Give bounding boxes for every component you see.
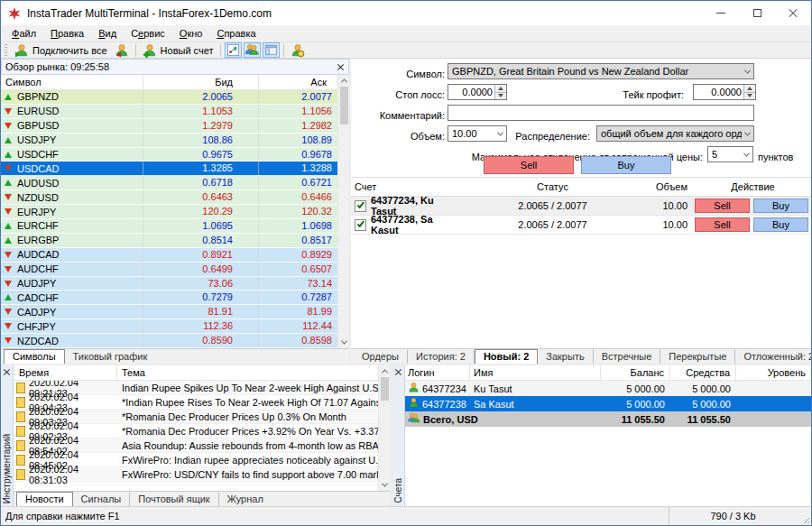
tab-Новости[interactable]: Новости — [16, 492, 73, 507]
column-symbol[interactable]: Символ — [1, 75, 143, 89]
menu-item-Сервис[interactable]: Сервис — [124, 27, 172, 40]
resize-grip-icon[interactable] — [797, 507, 811, 525]
account-settings-button[interactable] — [287, 42, 309, 58]
orders-column-Объем[interactable]: Объем — [645, 181, 692, 192]
maximize-icon[interactable] — [739, 1, 775, 25]
menu-item-Вид[interactable]: Вид — [91, 27, 124, 40]
take-profit-field[interactable] — [694, 85, 743, 99]
order-checkbox[interactable] — [355, 219, 366, 231]
tab-Отложенный: 2[interactable]: Отложенный: 2 — [735, 350, 811, 364]
market-watch-row[interactable]: CADCHF0.72790.7287 — [1, 291, 337, 305]
account-row[interactable]: 64377234Ku Tasut5 000.005 000.00 — [405, 381, 811, 396]
market-watch-row[interactable]: GBPUSD1.29791.2982 — [1, 119, 337, 134]
deviation-select[interactable]: 5 — [707, 146, 753, 162]
market-watch-row[interactable]: EURGBP0.85140.8517 — [1, 234, 337, 248]
accounts-column-Уровень[interactable]: Уровень — [736, 365, 811, 380]
symbol-select[interactable]: GBPNZD, Great Britain Pound vs New Zeala… — [448, 63, 754, 79]
scrollbar-thumb[interactable] — [340, 87, 348, 125]
accounts-column-Имя[interactable]: Имя — [470, 365, 601, 380]
accounts-column-Средства[interactable]: Средства — [670, 365, 736, 380]
market-watch-row[interactable]: NZDCAD0.85900.8598 — [1, 334, 337, 348]
spin-up-icon[interactable] — [744, 85, 755, 92]
tab-Встречные[interactable]: Встречные — [594, 350, 661, 364]
row-buy-button[interactable]: Buy — [753, 198, 808, 213]
scroll-up-icon[interactable] — [379, 365, 390, 377]
accounts-column-Логин[interactable]: Логин — [405, 365, 470, 380]
market-watch-row[interactable]: USDJPY108.86108.89 — [1, 134, 337, 148]
account-row[interactable]: 64377238Sa Kasut5 000.005 000.00 — [405, 396, 811, 411]
tab-Журнал[interactable]: Журнал — [219, 493, 272, 506]
take-profit-input[interactable] — [693, 84, 756, 100]
distribution-select[interactable]: общий объем для каждого ордера — [596, 125, 754, 142]
orders-row[interactable]: 64377234, Ku Tasut2.0065 / 2.007710.00Se… — [351, 197, 811, 216]
close-panel-icon[interactable] — [3, 368, 11, 376]
menu-item-Файл[interactable]: Файл — [5, 27, 43, 40]
news-row[interactable]: 2020.02.04 08:31:03FxWirePro: USD/CNY fa… — [14, 467, 378, 482]
close-panel-icon[interactable] — [337, 63, 345, 71]
accounts-column-Баланс[interactable]: Баланс — [601, 365, 670, 380]
scroll-down-icon[interactable] — [379, 479, 390, 491]
market-watch-row[interactable]: EURJPY120.29120.32 — [1, 205, 337, 219]
market-watch-row[interactable]: EURCHF1.06951.0698 — [1, 219, 337, 234]
market-watch-row[interactable]: AUDUSD0.67180.6721 — [1, 176, 337, 190]
market-watch-row[interactable]: AUDJPY73.0673.14 — [1, 277, 337, 291]
market-watch-row[interactable]: AUDCAD0.89210.8929 — [1, 248, 337, 263]
row-sell-button[interactable]: Sell — [695, 198, 750, 213]
tab-Почтовый ящик[interactable]: Почтовый ящик — [130, 493, 218, 506]
new-account-button[interactable]: Новый счет — [139, 42, 217, 58]
tab-Ордеры[interactable]: Ордеры — [354, 350, 408, 364]
orders-column-Статус[interactable]: Статус — [460, 181, 645, 192]
close-panel-icon[interactable] — [394, 368, 402, 376]
market-watch-toggle-button[interactable] — [225, 42, 242, 58]
orders-column-Счет[interactable]: Счет — [351, 181, 460, 192]
market-watch-row[interactable]: GBPNZD2.00652.0077 — [1, 90, 337, 105]
market-watch-row[interactable]: CADJPY81.9181.99 — [1, 305, 337, 319]
tab-Новый: 2[interactable]: Новый: 2 — [475, 349, 538, 365]
close-icon[interactable] — [775, 1, 811, 25]
tab-Перекрытые[interactable]: Перекрытые — [660, 350, 735, 364]
spin-down-icon[interactable] — [744, 92, 755, 100]
minimize-icon[interactable] — [703, 1, 739, 25]
column-time[interactable]: Время — [14, 365, 117, 380]
row-buy-button[interactable]: Buy — [753, 217, 808, 232]
scroll-down-icon[interactable] — [338, 337, 349, 348]
order-checkbox[interactable] — [355, 200, 366, 212]
orders-column-Действие[interactable]: Действие — [692, 181, 811, 192]
column-topic[interactable]: Тема — [117, 365, 378, 380]
menu-item-Справка[interactable]: Справка — [209, 27, 263, 40]
tab-Тиковый график[interactable]: Тиковый график — [65, 350, 156, 364]
menu-item-Правка[interactable]: Правка — [43, 27, 91, 40]
comment-input[interactable] — [448, 105, 754, 121]
tab-Сигналы[interactable]: Сигналы — [73, 493, 131, 506]
stop-loss-input[interactable] — [448, 84, 507, 100]
market-watch-row[interactable]: EURUSD1.10531.1056 — [1, 105, 337, 119]
orders-row[interactable]: 64377238, Sa Kasut2.0065 / 2.007710.00Se… — [351, 216, 811, 235]
accounts-toggle-button[interactable] — [244, 42, 261, 58]
spin-down-icon[interactable] — [495, 92, 506, 100]
sell-button[interactable]: Sell — [484, 156, 574, 174]
account-equity-cell: 5 000.00 — [670, 383, 736, 394]
menu-item-Окно[interactable]: Окно — [172, 27, 210, 40]
disconnect-all-button[interactable] — [111, 42, 133, 58]
buy-button[interactable]: Buy — [581, 156, 671, 174]
market-watch-row[interactable]: AUDCHF0.64990.6507 — [1, 263, 337, 277]
market-watch-row[interactable]: USDCHF0.96750.9678 — [1, 148, 337, 162]
toolbox-toggle-button[interactable] — [263, 42, 280, 58]
scroll-up-icon[interactable] — [338, 75, 349, 87]
toolbar-grip[interactable] — [5, 44, 7, 56]
tab-История: 2[interactable]: История: 2 — [408, 350, 475, 364]
connect-all-button[interactable]: Подключить все — [11, 42, 111, 58]
column-ask[interactable]: Аск — [259, 75, 337, 89]
market-watch-row[interactable]: NZDUSD0.64630.6466 — [1, 190, 337, 205]
symbol-name: USDJPY — [17, 134, 56, 145]
toolbox-strip: Инструментарий — [1, 365, 14, 506]
row-sell-button[interactable]: Sell — [695, 217, 750, 232]
stop-loss-field[interactable] — [448, 85, 494, 99]
tab-Закрыть[interactable]: Закрыть — [538, 350, 593, 364]
market-watch-row[interactable]: CHFJPY112.36112.44 — [1, 319, 337, 334]
spin-up-icon[interactable] — [495, 85, 506, 92]
column-bid[interactable]: Бид — [143, 75, 259, 89]
scrollbar-thumb[interactable] — [381, 377, 389, 401]
market-watch-row[interactable]: USDCAD1.32851.3288 — [1, 161, 337, 176]
tab-Символы[interactable]: Символы — [4, 349, 65, 365]
